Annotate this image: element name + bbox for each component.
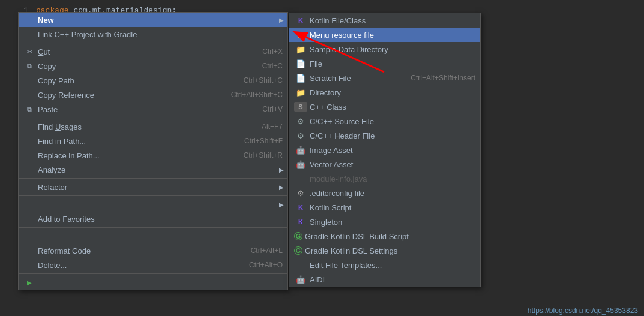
submenu-directory[interactable]: 📁 Directory [289, 85, 480, 100]
submenu-kotlin-file-label: Kotlin File/Class [310, 16, 475, 25]
menu-item-find-in-path[interactable]: Find in Path... Ctrl+Shift+F [19, 134, 287, 148]
menu-item-show-thumbnails[interactable]: Add to Favorites [19, 212, 287, 226]
submenu-vector-asset-label: Vector Asset [310, 160, 475, 169]
menu-item-paste-label: Paste [38, 105, 250, 114]
editorconfig-icon: ⚙ [294, 188, 307, 198]
submenu-vector-asset[interactable]: 🤖 Vector Asset [289, 157, 480, 171]
optimize-shortcut: Ctrl+Alt+L [251, 246, 283, 255]
submenu-module-info[interactable]: module-info.java [289, 171, 480, 186]
menu-item-run-tests[interactable]: ▶ [19, 275, 287, 290]
submenu-sample-data[interactable]: 📁 Sample Data Directory [289, 42, 480, 56]
singleton-icon: K [294, 217, 307, 227]
menu-item-link-cpp-label: Link C++ Project with Gradle [38, 30, 283, 39]
new-submenu[interactable]: K Kotlin File/Class ☰ Menu resource file… [289, 13, 481, 287]
menu-item-analyze[interactable]: Analyze [19, 162, 287, 177]
favorites-icon [23, 200, 35, 209]
link-cpp-icon [23, 29, 35, 39]
menu-item-copy-path-label: Copy Path [38, 76, 232, 85]
menu-item-refactor-label: Refactor [38, 183, 283, 192]
menu-item-optimize[interactable]: Reformat Code Ctrl+Alt+L [19, 243, 287, 258]
menu-item-replace-label: Replace in Path... [38, 151, 232, 160]
submenu-cpp-header[interactable]: ⚙ C/C++ Header File [289, 128, 480, 143]
submenu-cpp-class[interactable]: S C++ Class [289, 100, 480, 114]
cpp-source-icon: ⚙ [294, 116, 307, 126]
paste-shortcut: Ctrl+V [262, 105, 283, 113]
submenu-aidl[interactable]: 🤖 AIDL [289, 272, 480, 287]
submenu-image-asset[interactable]: 🤖 Image Asset [289, 143, 480, 157]
submenu-edit-templates[interactable]: Edit File Templates... [289, 258, 480, 272]
menu-item-copy[interactable]: ⧉ Copy Ctrl+C [19, 59, 287, 73]
submenu-kotlin-script-label: Kotlin Script [310, 203, 475, 212]
submenu-image-asset-label: Image Asset [310, 146, 475, 155]
thumbnails-icon [23, 214, 35, 224]
submenu-cpp-source-label: C/C++ Source File [310, 117, 475, 126]
copy-path-shortcut: Ctrl+Shift+C [244, 76, 283, 85]
copy-icon: ⧉ [23, 61, 35, 71]
separator-4 [19, 195, 287, 196]
menu-item-find-usages-label: Find Usages [38, 122, 250, 131]
copy-ref-shortcut: Ctrl+Alt+Shift+C [231, 91, 283, 99]
reformat-icon [23, 231, 35, 241]
file-icon: 📄 [294, 59, 307, 68]
copy-ref-icon [23, 90, 35, 100]
context-menu[interactable]: New Link C++ Project with Gradle ✂ Cut C… [18, 12, 288, 290]
menu-item-paste[interactable]: ⧉ Paste Ctrl+V [19, 102, 287, 116]
submenu-sample-data-label: Sample Data Directory [310, 45, 475, 54]
menu-item-copy-ref[interactable]: Copy Reference Ctrl+Alt+Shift+C [19, 88, 287, 102]
submenu-file[interactable]: 📄 File [289, 56, 480, 71]
submenu-kotlin-script[interactable]: K Kotlin Script [289, 200, 480, 215]
submenu-cpp-header-label: C/C++ Header File [310, 131, 475, 140]
submenu-editorconfig[interactable]: ⚙ .editorconfig file [289, 186, 480, 200]
menu-item-refactor[interactable]: Refactor [19, 180, 287, 194]
menu-item-analyze-label: Analyze [38, 165, 283, 174]
find-usages-shortcut: Alt+F7 [262, 122, 283, 131]
aidl-icon: 🤖 [294, 275, 307, 284]
find-usages-icon [23, 122, 35, 131]
menu-item-add-favorites[interactable] [19, 197, 287, 212]
directory-icon: 📁 [294, 88, 307, 97]
submenu-cpp-class-label: C++ Class [310, 103, 475, 112]
menu-item-delete[interactable]: Delete... Ctrl+Alt+O [19, 258, 287, 272]
refactor-icon [23, 182, 35, 192]
submenu-menu-resource-label: Menu resource file [310, 31, 475, 40]
find-in-path-shortcut: Ctrl+Shift+F [244, 137, 283, 145]
submenu-scratch[interactable]: 📄 Scratch File Ctrl+Alt+Shift+Insert [289, 71, 480, 85]
menu-item-new-label: New [38, 16, 283, 25]
scratch-icon: 📄 [294, 73, 307, 83]
submenu-singleton[interactable]: K Singleton [289, 215, 480, 229]
status-url: https://blog.csdn.net/qq_45353823 [528, 306, 638, 315]
menu-item-reformat[interactable] [19, 229, 287, 243]
gradle-settings-icon: G [294, 246, 302, 255]
find-in-path-icon [23, 136, 35, 146]
menu-item-find-in-path-label: Find in Path... [38, 137, 232, 146]
kotlin-script-icon: K [294, 203, 307, 212]
menu-item-new[interactable]: New [19, 13, 287, 27]
submenu-gradle-build[interactable]: G Gradle Kotlin DSL Build Script [289, 229, 480, 243]
menu-item-find-usages[interactable]: Find Usages Alt+F7 [19, 119, 287, 134]
submenu-edit-templates-label: Edit File Templates... [310, 261, 475, 270]
menu-item-replace-in-path[interactable]: Replace in Path... Ctrl+Shift+R [19, 148, 287, 162]
cpp-class-icon: S [294, 102, 307, 112]
menu-item-copy-ref-label: Copy Reference [38, 91, 219, 100]
submenu-cpp-source[interactable]: ⚙ C/C++ Source File [289, 114, 480, 128]
sample-data-icon: 📁 [294, 44, 307, 54]
submenu-singleton-label: Singleton [310, 218, 475, 227]
submenu-editorconfig-label: .editorconfig file [310, 189, 475, 198]
image-asset-icon: 🤖 [294, 145, 307, 155]
submenu-kotlin-file[interactable]: K Kotlin File/Class [289, 13, 480, 28]
separator-2 [19, 118, 287, 118]
menu-item-link-cpp[interactable]: Link C++ Project with Gradle [19, 27, 287, 41]
menu-item-optimize-label: Reformat Code [38, 246, 239, 255]
separator-1 [19, 43, 287, 43]
submenu-gradle-settings[interactable]: G Gradle Kotlin DSL Settings [289, 243, 480, 258]
submenu-menu-resource[interactable]: ☰ Menu resource file [289, 28, 480, 42]
copy-shortcut: Ctrl+C [262, 62, 283, 70]
menu-item-cut[interactable]: ✂ Cut Ctrl+X [19, 44, 287, 59]
menu-resource-icon: ☰ [294, 30, 307, 40]
optimize-icon [23, 246, 35, 255]
delete-icon [23, 260, 35, 270]
copy-path-icon [23, 76, 35, 85]
menu-item-copy-path[interactable]: Copy Path Ctrl+Shift+C [19, 73, 287, 88]
submenu-aidl-label: AIDL [310, 275, 475, 284]
submenu-file-label: File [310, 59, 475, 68]
